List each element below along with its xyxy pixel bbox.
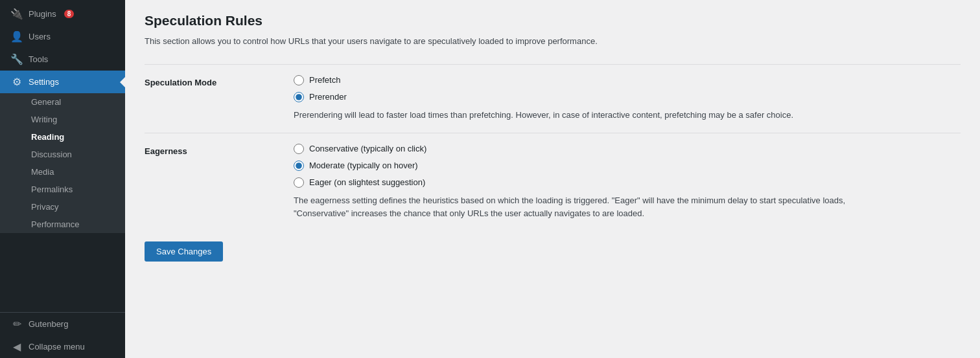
sidebar-item-label: Gutenberg [29, 319, 68, 329]
submenu-item-media[interactable]: Media [0, 163, 125, 181]
submenu-item-permalinks[interactable]: Permalinks [0, 181, 125, 198]
speculation-mode-label-col: Speculation Mode [145, 75, 294, 122]
tools-icon: 🔧 [10, 53, 23, 65]
gutenberg-icon: ✏ [10, 318, 23, 330]
prerender-option[interactable]: Prerender [294, 92, 961, 102]
sidebar-item-label: Users [29, 32, 51, 41]
conservative-option[interactable]: Conservative (typically on click) [294, 144, 961, 154]
eagerness-row: Eagerness Conservative (typically on cli… [145, 133, 961, 232]
speculation-mode-row: Speculation Mode Prefetch Prerender Prer… [145, 64, 961, 133]
submenu-item-privacy[interactable]: Privacy [0, 198, 125, 216]
plugins-badge: 8 [64, 10, 75, 18]
moderate-radio[interactable] [294, 161, 304, 171]
speculation-mode-hint: Prerendering will lead to faster load ti… [294, 109, 877, 122]
speculation-mode-content: Prefetch Prerender Prerendering will lea… [294, 75, 961, 122]
sidebar-item-gutenberg[interactable]: ✏ Gutenberg [0, 313, 125, 335]
sidebar-item-label: Plugins [29, 9, 56, 19]
submenu-item-discussion[interactable]: Discussion [0, 146, 125, 163]
users-icon: 👤 [10, 30, 23, 43]
eagerness-hint: The eagerness setting defines the heuris… [294, 194, 877, 221]
conservative-label: Conservative (typically on click) [309, 144, 426, 153]
settings-icon: ⚙ [10, 76, 23, 88]
prefetch-option[interactable]: Prefetch [294, 75, 961, 85]
submenu-item-reading[interactable]: Reading [0, 128, 125, 146]
sidebar-item-tools[interactable]: 🔧 Tools [0, 48, 125, 71]
sidebar-item-settings[interactable]: ⚙ Settings [0, 71, 125, 93]
main-content: Speculation Rules This section allows yo… [125, 0, 980, 358]
plugins-icon: 🔌 [10, 8, 23, 20]
settings-arrow [120, 77, 125, 87]
page-title: Speculation Rules [145, 13, 961, 28]
speculation-mode-label: Speculation Mode [145, 78, 216, 87]
sidebar-top-menu: 🔌 Plugins 8 👤 Users 🔧 Tools ⚙ Settings G… [0, 0, 125, 233]
sidebar-item-users[interactable]: 👤 Users [0, 25, 125, 48]
sidebar-bottom: ✏ Gutenberg ◀ Collapse menu [0, 312, 125, 358]
submenu-item-writing[interactable]: Writing [0, 111, 125, 128]
save-changes-button[interactable]: Save Changes [145, 241, 223, 262]
sidebar: 🔌 Plugins 8 👤 Users 🔧 Tools ⚙ Settings G… [0, 0, 125, 358]
eagerness-content: Conservative (typically on click) Modera… [294, 144, 961, 221]
prerender-label: Prerender [309, 92, 347, 102]
moderate-option[interactable]: Moderate (typically on hover) [294, 161, 961, 171]
collapse-icon: ◀ [10, 341, 23, 353]
conservative-radio[interactable] [294, 144, 304, 154]
prefetch-radio[interactable] [294, 75, 304, 85]
sidebar-item-collapse[interactable]: ◀ Collapse menu [0, 335, 125, 358]
prefetch-label: Prefetch [309, 75, 340, 85]
sidebar-item-label: Tools [29, 54, 48, 64]
sidebar-item-label: Collapse menu [29, 342, 85, 352]
sidebar-item-label: Settings [29, 77, 59, 87]
eager-option[interactable]: Eager (on slightest suggestion) [294, 177, 961, 188]
prerender-radio[interactable] [294, 92, 304, 102]
eager-radio[interactable] [294, 177, 304, 188]
eagerness-label: Eagerness [145, 146, 187, 156]
section-description: This section allows you to control how U… [145, 35, 961, 49]
sidebar-item-plugins[interactable]: 🔌 Plugins 8 [0, 3, 125, 25]
eagerness-label-col: Eagerness [145, 144, 294, 221]
settings-submenu: General Writing Reading Discussion Media… [0, 93, 125, 233]
submenu-item-performance[interactable]: Performance [0, 216, 125, 233]
moderate-label: Moderate (typically on hover) [309, 161, 418, 170]
eager-label: Eager (on slightest suggestion) [309, 177, 425, 187]
submenu-item-general[interactable]: General [0, 93, 125, 111]
